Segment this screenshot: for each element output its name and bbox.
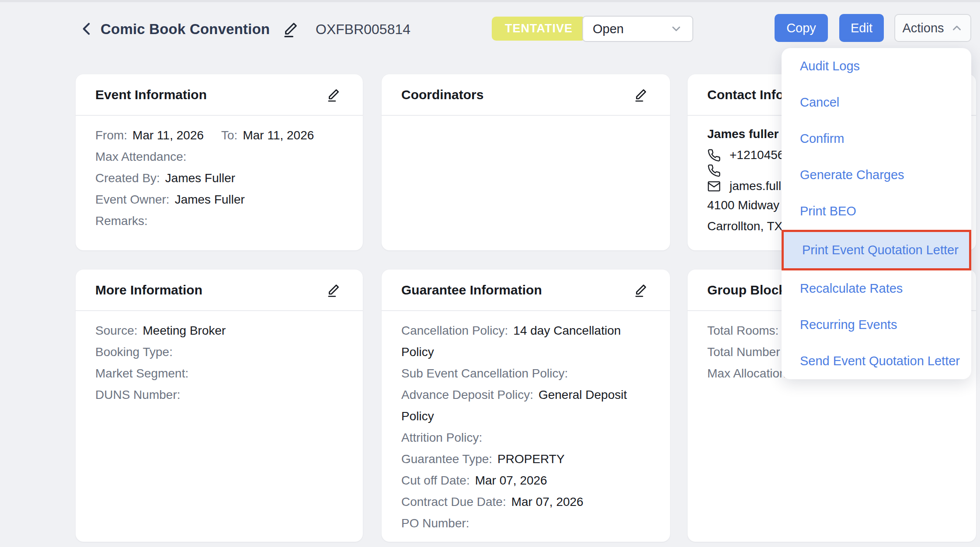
field-max-attendance: Max Attendance: [95,146,339,167]
field-created-by: Created By:James Fuller [95,167,339,189]
chevron-down-icon [670,22,683,35]
edit-pencil-icon[interactable] [326,87,342,103]
from-value: Mar 11, 2026 [132,128,204,142]
field-cancellation-policy: Cancellation Policy:14 day Cancellation … [401,320,646,363]
field-dates: From:Mar 11, 2026To:Mar 11, 2026 [95,125,339,146]
menu-item-recurring-events[interactable]: Recurring Events [782,307,971,343]
status-select[interactable]: Open [582,16,693,42]
field-contract-due-date: Contract Due Date:Mar 07, 2026 [401,491,646,512]
phone-icon [707,164,721,177]
actions-button-label: Actions [902,21,944,35]
booking-reference: OXFBR005814 [316,21,410,38]
event-details-screen: Comic Book Convention OXFBR005814 TENTAT… [0,0,980,547]
menu-item-confirm[interactable]: Confirm [782,121,971,157]
card-title: Group Block [707,283,786,298]
chevron-up-icon [950,21,963,35]
card-title: More Information [95,283,202,298]
field-cutoff-date: Cut off Date:Mar 07, 2026 [401,470,646,491]
event-information-card: Event Information From:Mar 11, 2026To:Ma… [76,74,363,250]
field-attrition-policy: Attrition Policy: [401,427,646,448]
actions-button[interactable]: Actions [894,14,971,42]
edit-button[interactable]: Edit [839,14,884,42]
actions-dropdown-menu: Audit Logs Cancel Confirm Generate Charg… [782,48,971,379]
edit-pencil-icon[interactable] [633,87,649,103]
menu-item-audit-logs[interactable]: Audit Logs [782,48,971,84]
more-information-card: More Information Source:Meeting Broker B… [76,270,363,542]
field-booking-type: Booking Type: [95,341,339,363]
menu-item-recalculate-rates[interactable]: Recalculate Rates [782,270,971,307]
to-label: To: [221,128,237,142]
edit-title-pencil-icon[interactable] [282,20,300,38]
field-po-number: PO Number: [401,512,646,534]
copy-button[interactable]: Copy [775,14,828,42]
guarantee-information-card: Guarantee Information Cancellation Polic… [382,270,670,542]
card-title: Guarantee Information [401,283,542,298]
card-title: Contact Info [707,87,784,102]
mail-icon [707,180,721,193]
menu-item-generate-charges[interactable]: Generate Charges [782,157,971,193]
status-badge: TENTATIVE [492,17,586,41]
to-value: Mar 11, 2026 [243,128,314,142]
card-title: Coordinators [401,87,483,102]
field-market-segment: Market Segment: [95,363,339,384]
coordinators-card: Coordinators [382,74,670,250]
field-sub-event-cancellation-policy: Sub Event Cancellation Policy: [401,363,646,384]
field-guarantee-type: Guarantee Type:PROPERTY [401,448,646,470]
from-label: From: [95,128,127,142]
field-source: Source:Meeting Broker [95,320,339,341]
field-advance-deposit-policy: Advance Deposit Policy:General Deposit P… [401,384,646,427]
menu-item-print-event-quotation-letter[interactable]: Print Event Quotation Letter [782,230,971,270]
coordinators-empty-body [382,116,670,125]
field-event-owner: Event Owner:James Fuller [95,189,339,210]
menu-item-print-beo[interactable]: Print BEO [782,193,971,229]
back-icon[interactable] [79,19,96,38]
card-title: Event Information [95,87,207,102]
page-title: Comic Book Convention [101,21,270,38]
edit-pencil-icon[interactable] [326,282,342,298]
phone-icon [707,149,721,162]
menu-item-send-event-quotation-letter[interactable]: Send Event Quotation Letter [782,343,971,379]
field-remarks: Remarks: [95,210,339,232]
edit-pencil-icon[interactable] [633,282,649,298]
status-select-value: Open [593,22,670,36]
menu-item-cancel[interactable]: Cancel [782,84,971,121]
field-duns-number: DUNS Number: [95,384,339,405]
